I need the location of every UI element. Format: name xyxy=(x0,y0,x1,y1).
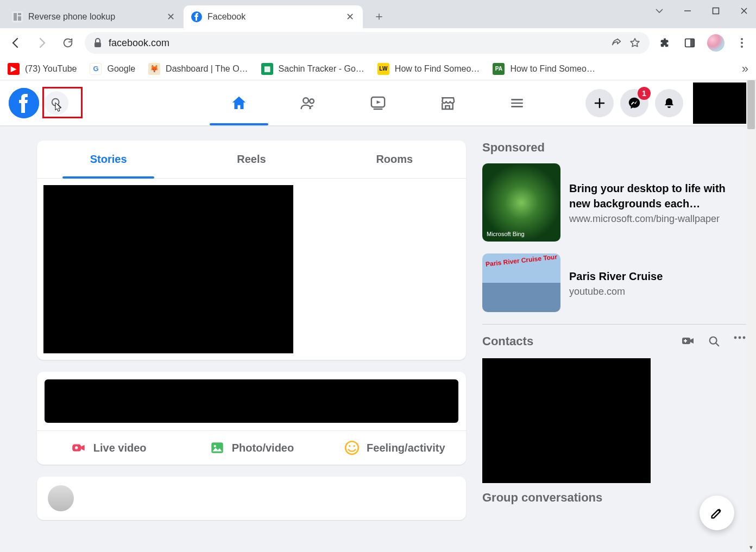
ad-text: Paris River Cruise youtube.com xyxy=(569,253,663,312)
tab-facebook[interactable]: Facebook ✕ xyxy=(184,5,363,28)
ad-text: Bring your desktop to life with new back… xyxy=(569,163,746,242)
window-minimize-icon[interactable] xyxy=(680,3,695,18)
new-message-fab[interactable] xyxy=(700,496,734,530)
chevron-down-icon[interactable] xyxy=(652,3,667,18)
stories-content-redacted[interactable] xyxy=(43,185,293,353)
bookmarks-bar: ▶(73) YouTube GGoogle 🦊Dashboard | The O… xyxy=(0,58,756,80)
url-text: facebook.com xyxy=(109,37,169,49)
nav-menu[interactable] xyxy=(484,80,550,125)
video-camera-icon xyxy=(71,440,87,456)
search-icon[interactable] xyxy=(708,335,720,347)
tab-title: Reverse phone lookup xyxy=(28,12,160,22)
ad-title: Paris River Cruise xyxy=(569,269,663,284)
composer-input-redacted[interactable] xyxy=(45,379,458,423)
action-label: Live video xyxy=(93,442,147,454)
forward-button[interactable] xyxy=(33,34,51,52)
nav-watch[interactable] xyxy=(345,80,411,125)
tab-reverse-phone-lookup[interactable]: Reverse phone lookup ✕ xyxy=(4,5,184,28)
sheets-icon: ▦ xyxy=(261,63,273,75)
profile-avatar[interactable] xyxy=(707,34,724,52)
window-close-icon[interactable] xyxy=(736,3,752,18)
ad-image: Microsoft Bing xyxy=(482,163,560,242)
svg-point-17 xyxy=(310,99,314,103)
bookmark-label: How to Find Someo… xyxy=(510,64,595,74)
svg-rect-9 xyxy=(690,39,694,47)
back-button[interactable] xyxy=(7,34,25,52)
smiley-icon xyxy=(344,440,360,456)
tab-title: Facebook xyxy=(207,12,339,22)
extensions-icon[interactable] xyxy=(657,35,672,50)
composer-top xyxy=(37,372,466,430)
notifications-button[interactable] xyxy=(655,89,683,117)
scrollbar-thumb[interactable] xyxy=(747,80,755,129)
profile-area-redacted[interactable] xyxy=(693,83,747,124)
ad-title: Bring your desktop to life with new back… xyxy=(569,181,746,211)
bookmark-google[interactable]: GGoogle xyxy=(90,63,135,75)
ad-image: Paris River Cruise Tour xyxy=(482,253,560,312)
svg-point-37 xyxy=(734,337,737,339)
address-bar[interactable]: facebook.com xyxy=(85,32,650,54)
bookmark-label: Google xyxy=(107,64,135,74)
svg-point-12 xyxy=(741,46,743,48)
sponsored-ad-2[interactable]: Paris River Cruise Tour Paris River Crui… xyxy=(482,253,746,312)
window-maximize-icon[interactable] xyxy=(708,3,723,18)
bookmark-dashboard[interactable]: 🦊Dashboard | The O… xyxy=(148,63,248,75)
tab-favicon-icon xyxy=(12,11,23,22)
create-button[interactable] xyxy=(585,89,614,117)
scroll-down-icon[interactable]: ▼ xyxy=(747,543,755,551)
tab-rooms[interactable]: Rooms xyxy=(323,141,466,178)
bookmark-label: Dashboard | The O… xyxy=(166,64,248,74)
bookmarks-overflow-icon[interactable]: » xyxy=(742,62,748,76)
nav-home[interactable] xyxy=(206,80,272,125)
sponsored-ad-1[interactable]: Microsoft Bing Bring your desktop to lif… xyxy=(482,163,746,242)
ad-image-tag: Paris River Cruise Tour xyxy=(482,253,560,268)
messenger-button[interactable]: 1 xyxy=(620,89,648,117)
bookmark-sachin-tracker[interactable]: ▦Sachin Tracker - Go… xyxy=(261,63,364,75)
share-icon[interactable] xyxy=(610,37,622,49)
bookmark-how-to-find-2[interactable]: PAHow to Find Someo… xyxy=(493,63,595,75)
tab-close-icon[interactable]: ✕ xyxy=(165,11,176,23)
new-tab-button[interactable]: ＋ xyxy=(370,8,388,25)
messenger-badge: 1 xyxy=(638,87,651,100)
post-avatar[interactable] xyxy=(48,485,74,511)
svg-point-16 xyxy=(303,98,308,103)
tab-stories[interactable]: Stories xyxy=(37,141,180,178)
stories-card: Stories Reels Rooms xyxy=(37,141,466,360)
youtube-icon: ▶ xyxy=(8,63,20,75)
bookmark-how-to-find-1[interactable]: LWHow to Find Someo… xyxy=(377,63,480,75)
svg-rect-2 xyxy=(18,13,21,15)
star-icon[interactable] xyxy=(629,37,641,49)
lock-icon xyxy=(93,38,102,48)
svg-rect-6 xyxy=(713,8,719,14)
feed-post-card xyxy=(37,477,466,520)
options-icon[interactable] xyxy=(733,335,746,347)
tab-label: Reels xyxy=(237,153,266,166)
right-column: Sponsored Microsoft Bing Bring your desk… xyxy=(482,141,756,520)
composer-live-video[interactable]: Live video xyxy=(37,431,180,465)
svg-point-11 xyxy=(741,42,743,44)
bookmark-youtube[interactable]: ▶(73) YouTube xyxy=(8,63,77,75)
search-button[interactable] xyxy=(45,91,68,115)
reload-button[interactable] xyxy=(59,34,77,52)
contacts-list-redacted[interactable] xyxy=(482,358,651,483)
nav-marketplace[interactable] xyxy=(415,80,480,125)
scrollbar-track[interactable] xyxy=(746,80,756,552)
bookmark-label: Sachin Tracker - Go… xyxy=(279,64,364,74)
new-room-icon[interactable] xyxy=(681,335,695,347)
tab-reels[interactable]: Reels xyxy=(180,141,323,178)
composer-feeling-activity[interactable]: Feeling/activity xyxy=(323,431,466,465)
menu-icon[interactable] xyxy=(734,35,749,50)
svg-line-36 xyxy=(716,343,719,346)
contacts-heading: Contacts xyxy=(482,334,681,348)
svg-point-26 xyxy=(75,446,78,449)
svg-point-31 xyxy=(354,445,355,447)
composer-photo-video[interactable]: Photo/video xyxy=(180,431,323,465)
tab-close-icon[interactable]: ✕ xyxy=(344,11,355,23)
sidepanel-icon[interactable] xyxy=(682,35,697,50)
ad-domain: youtube.com xyxy=(569,286,663,297)
facebook-logo[interactable] xyxy=(9,88,39,118)
svg-point-10 xyxy=(741,38,743,40)
stories-body xyxy=(37,179,466,360)
site-icon: PA xyxy=(493,63,505,75)
nav-friends[interactable] xyxy=(276,80,341,125)
